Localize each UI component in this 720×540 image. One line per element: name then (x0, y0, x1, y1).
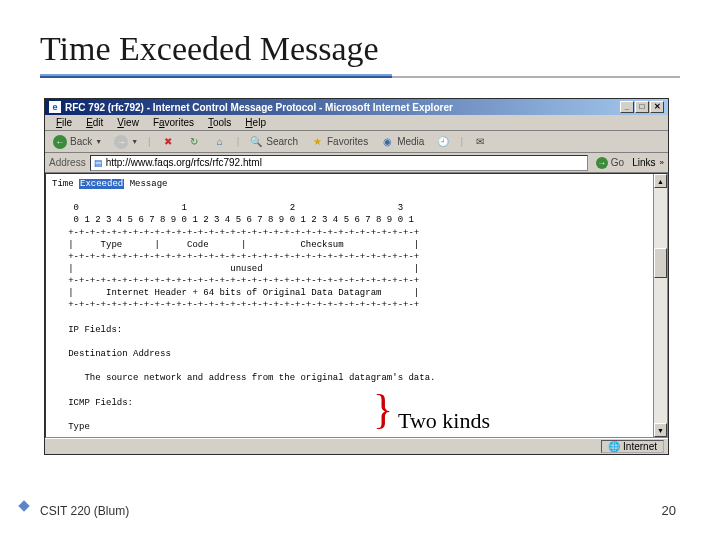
refresh-icon: ↻ (187, 135, 201, 149)
home-icon: ⌂ (213, 135, 227, 149)
stop-button[interactable]: ✖ (157, 134, 179, 150)
scroll-down-button[interactable]: ▼ (654, 423, 667, 437)
maximize-button[interactable]: □ (635, 101, 649, 113)
url-text: http://www.faqs.org/rfcs/rfc792.html (106, 157, 262, 168)
scroll-up-button[interactable]: ▲ (654, 174, 667, 188)
menu-help[interactable]: Help (238, 116, 273, 129)
menu-file[interactable]: File (49, 116, 79, 129)
favorites-button[interactable]: ★ Favorites (306, 134, 372, 150)
vertical-scrollbar[interactable]: ▲ ▼ (653, 174, 667, 437)
stop-icon: ✖ (161, 135, 175, 149)
menu-favorites[interactable]: Favorites (146, 116, 201, 129)
search-button[interactable]: 🔍 Search (245, 134, 302, 150)
address-input[interactable]: ▤ http://www.faqs.org/rfcs/rfc792.html (90, 155, 588, 171)
mail-button[interactable]: ✉ (469, 134, 491, 150)
back-button[interactable]: ← Back ▼ (49, 134, 106, 150)
bracket-annotation: } (373, 397, 393, 422)
minimize-button[interactable]: _ (620, 101, 634, 113)
mail-icon: ✉ (473, 135, 487, 149)
addressbar: Address ▤ http://www.faqs.org/rfcs/rfc79… (45, 153, 668, 173)
slide-title: Time Exceeded Message (40, 30, 680, 68)
menu-view[interactable]: View (110, 116, 146, 129)
content-area: Time Exceeded Message 0 1 2 3 0 1 2 3 4 … (45, 173, 668, 438)
page-number: 20 (662, 503, 676, 518)
refresh-button[interactable]: ↻ (183, 134, 205, 150)
close-button[interactable]: ✕ (650, 101, 664, 113)
links-label[interactable]: Links (632, 157, 655, 168)
window-title: RFC 792 (rfc792) - Internet Control Mess… (65, 102, 620, 113)
address-label: Address (49, 157, 86, 168)
two-kinds-label: Two kinds (398, 408, 490, 434)
rfc-body: Time Exceeded Message 0 1 2 3 0 1 2 3 4 … (46, 174, 653, 437)
highlighted-word: Exceeded (79, 179, 124, 189)
globe-icon: 🌐 (608, 441, 620, 452)
menubar: File Edit View Favorites Tools Help (45, 115, 668, 131)
back-icon: ← (53, 135, 67, 149)
toolbar: ← Back ▼ → ▼ | ✖ ↻ ⌂ | 🔍 Search (45, 131, 668, 153)
media-icon: ◉ (380, 135, 394, 149)
history-icon: 🕘 (436, 135, 450, 149)
browser-window: e RFC 792 (rfc792) - Internet Control Me… (44, 98, 669, 455)
home-button[interactable]: ⌂ (209, 134, 231, 150)
menu-edit[interactable]: Edit (79, 116, 110, 129)
forward-button[interactable]: → ▼ (110, 134, 142, 150)
go-button[interactable]: → Go (592, 156, 628, 170)
search-icon: 🔍 (249, 135, 263, 149)
media-button[interactable]: ◉ Media (376, 134, 428, 150)
scroll-track[interactable] (654, 188, 667, 423)
ie-icon: e (49, 101, 61, 113)
go-icon: → (596, 157, 608, 169)
menu-tools[interactable]: Tools (201, 116, 238, 129)
history-button[interactable]: 🕘 (432, 134, 454, 150)
title-underline (40, 76, 680, 78)
status-zone: 🌐 Internet (601, 440, 664, 453)
footer-left: CSIT 220 (Blum) (40, 504, 129, 518)
forward-icon: → (114, 135, 128, 149)
footer-accent-icon (18, 500, 29, 511)
scroll-thumb[interactable] (654, 248, 667, 278)
page-icon: ▤ (94, 158, 103, 168)
titlebar: e RFC 792 (rfc792) - Internet Control Me… (45, 99, 668, 115)
statusbar: 🌐 Internet (45, 438, 668, 454)
star-icon: ★ (310, 135, 324, 149)
